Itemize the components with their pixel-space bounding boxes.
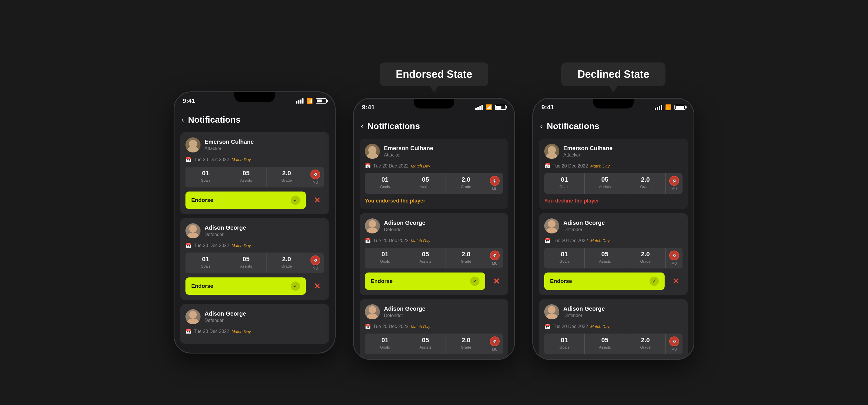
back-button-3[interactable]: ‹ [540,122,543,130]
endorsed-player-role-1: Attacker [384,152,503,158]
decline-icon-2: ✕ [314,281,320,291]
endorsed-match-date-1: Tue 20 Dec 2022 [373,163,408,169]
match-date-row-3: 📅 Tue 20 Dec 2022 Match Day [185,328,324,335]
declined-player-name-2: Adison George [563,220,683,226]
declined-stat-grade-3: 2.0 Grade [625,334,665,354]
notification-card-2: Adison George Defender 📅 Tue 20 Dec 2022… [180,218,329,300]
phone-screen-endorsed: 9:41 📶 ‹ Notifications [354,99,514,359]
declined-stats-row-2: 01 Goals 05 Assists 2.0 [544,248,683,269]
endorsed-avatar-3 [365,304,380,319]
match-date-3: Tue 20 Dec 2022 [194,329,229,334]
endorsed-check-icon-2: ✓ [470,277,479,286]
declined-check-icon-2: ✓ [650,277,659,286]
stats-row-2: 01 Goals 05 Assists 2.0 [185,253,324,273]
stat-team-1: ⚽ MU [307,167,324,187]
calendar-icon-1: 📅 [185,156,191,163]
phone-endorsed: Endorsed State 9:41 📶 [353,62,515,360]
decline-button-2[interactable]: ✕ [310,279,324,293]
page-title-3: Notifications [547,121,599,131]
stat-goals-2: 01 Goals [185,253,226,273]
endorsed-stat-goals-1: 01 Goals [365,173,405,194]
stat-grade-1: 2.0 Grade [267,167,307,187]
declined-state-label: Declined State [561,62,665,86]
endorsed-date-row-3: 📅 Tue 20 Dec 2022 Match Day [365,323,503,330]
volume-down-button-3 [532,176,533,196]
action-row-1: Endorse ✓ ✕ [185,191,324,209]
volume-up-button [174,144,174,165]
endorsed-date-row-2: 📅 Tue 20 Dec 2022 Match Day [365,238,503,244]
declined-player-info-2: Adison George Defender [563,220,683,232]
power-button-3 [694,145,694,165]
phone-declined: Declined State 9:41 📶 [532,62,694,360]
match-day-label-1: Match Day [231,157,251,162]
endorsed-stat-team-1: ⚽ MU [486,173,503,194]
notch [235,92,275,102]
endorsed-card-1: Emerson Culhane Attacker 📅 Tue 20 Dec 20… [360,138,508,209]
decline-button-1[interactable]: ✕ [310,193,324,207]
action-row-2: Endorse ✓ ✕ [185,277,324,295]
declined-match-date-1: Tue 20 Dec 2022 [553,163,588,169]
back-button-2[interactable]: ‹ [361,122,363,130]
match-date-row-2: 📅 Tue 20 Dec 2022 Match Day [185,242,324,249]
side-button-right-3 [694,145,694,165]
endorse-button-1[interactable]: Endorse ✓ [185,191,306,209]
side-button-right [335,138,336,159]
declined-avatar-3 [544,304,559,319]
endorsed-decline-btn-2[interactable]: ✕ [489,274,503,288]
battery-icon-3 [675,105,685,110]
declined-stat-assists-2: 05 Assists [585,248,625,269]
card-header-3: Adison George Defender [185,309,324,324]
endorsed-status-msg-1: You endorsed the player [365,198,503,204]
declined-calendar-icon-2: 📅 [544,238,550,244]
declined-card-3: Adison George Defender 📅 Tue 20 Dec 2022… [539,299,688,359]
declined-calendar-icon-1: 📅 [544,163,550,169]
declined-decline-icon-2: ✕ [673,277,679,286]
endorsed-endorse-btn-2[interactable]: Endorse ✓ [365,273,485,290]
decline-icon-1: ✕ [314,195,320,205]
stat-assists-1: 05 Assists [226,167,266,187]
signal-icon-2 [475,105,483,110]
declined-action-row-2: Endorse ✓ ✕ [544,273,683,290]
declined-match-day-3: Match Day [590,324,610,329]
notification-card-1: Emerson Culhane Attacker 📅 Tue 20 Dec 20… [180,132,329,214]
declined-avatar-2 [544,218,559,233]
avatar-1 [185,137,200,152]
declined-player-info-3: Adison George Defender [563,306,683,318]
endorsed-player-info-3: Adison George Defender [384,306,503,318]
mute-button-2 [353,133,353,146]
side-buttons-left [174,127,174,189]
declined-stat-team-3: ⚽ MU [666,334,683,354]
cards-list-2: Emerson Culhane Attacker 📅 Tue 20 Dec 20… [354,136,514,359]
endorsed-match-date-2: Tue 20 Dec 2022 [373,238,408,243]
declined-stats-row-3: 01 Goals 05 Assists 2.0 [544,334,683,354]
declined-stat-grade-1: 2.0 Grade [625,173,665,194]
declined-date-row-1: 📅 Tue 20 Dec 2022 Match Day [544,163,683,169]
player-role-3: Defender [205,318,324,323]
cards-list: Emerson Culhane Attacker 📅 Tue 20 Dec 20… [175,130,335,346]
player-name-3: Adison George [205,310,324,317]
signal-icon-3 [655,105,662,110]
player-name-1: Emerson Culhane [205,138,324,145]
stat-goals-1: 01 Goals [185,167,226,187]
endorsed-match-day-3: Match Day [411,324,430,329]
endorsed-player-info-2: Adison George Defender [384,220,503,232]
player-info-2: Adison George Defender [205,224,324,237]
notch-3 [593,99,633,108]
endorsed-stat-grade-1: 2.0 Grade [446,173,486,194]
declined-stat-grade-2: 2.0 Grade [625,248,665,269]
endorsed-match-date-3: Tue 20 Dec 2022 [373,324,408,329]
card-header-1: Emerson Culhane Attacker [185,137,324,152]
endorsed-decline-icon-2: ✕ [493,277,500,286]
back-button[interactable]: ‹ [181,116,184,124]
status-icons-3: 📶 [655,104,685,111]
endorsed-player-role-3: Defender [384,313,503,318]
declined-decline-btn-2[interactable]: ✕ [669,274,683,288]
declined-endorse-btn-2[interactable]: Endorse ✓ [544,273,664,290]
endorsed-card-header-2: Adison George Defender [365,218,503,233]
endorsed-card-header-3: Adison George Defender [365,304,503,319]
status-icons-2: 📶 [475,104,506,111]
screen-endorsed: ‹ Notifications Emerson Culhane Attacker [354,116,514,359]
endorse-button-2[interactable]: Endorse ✓ [185,277,306,295]
declined-stat-team-2: ⚽ MU [666,248,683,269]
endorsed-date-row-1: 📅 Tue 20 Dec 2022 Match Day [365,163,503,169]
